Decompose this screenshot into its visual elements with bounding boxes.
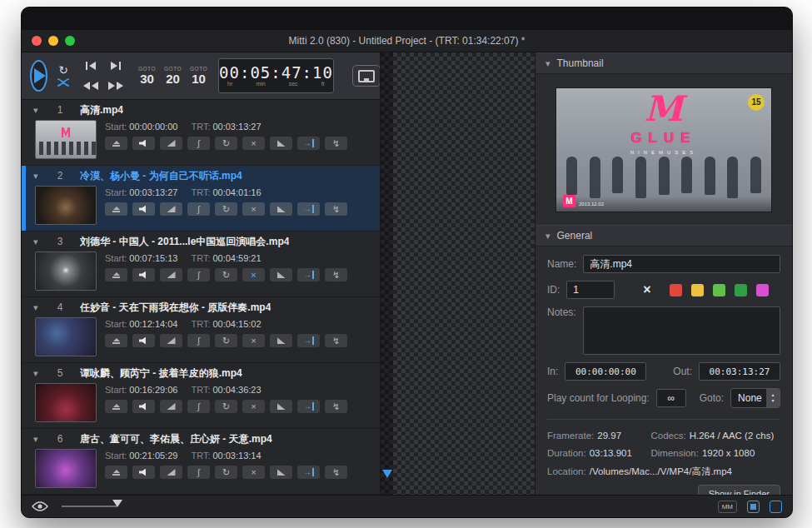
hold-at-end-button[interactable]: → <box>297 334 320 347</box>
cue-row[interactable]: ▾ 3 刘德华 - 中国人 - 2011...le中国巡回演唱会.mp4 Sta… <box>22 232 380 297</box>
play-button[interactable] <box>30 60 47 92</box>
cue-row-selected[interactable]: ▾ 2 冷漠、杨小曼 - 为何自己不听话.mp4 Start:00:03:13:… <box>22 166 380 232</box>
eject-button[interactable] <box>105 137 127 150</box>
fade-curve-button[interactable]: ∫ <box>187 202 210 216</box>
fade-in-button[interactable] <box>160 268 182 281</box>
goto-30-button[interactable]: GOTO 30 <box>137 66 157 86</box>
fade-in-button[interactable] <box>160 202 182 216</box>
hold-at-end-button[interactable]: → <box>297 268 320 281</box>
cue-row[interactable]: ▾ 4 任妙音 - 天在下雨我在想你 - 原版伴奏.mp4 Start:00:1… <box>22 297 380 363</box>
eject-button[interactable] <box>105 466 127 479</box>
fade-out-button[interactable] <box>270 137 292 150</box>
jump-forward-button[interactable] <box>104 77 127 95</box>
loop-button[interactable]: ↻ <box>215 466 237 479</box>
fade-curve-button[interactable]: ∫ <box>187 400 210 413</box>
output-2-toggle[interactable] <box>770 501 782 513</box>
chevron-down-icon[interactable]: ▾ <box>33 105 47 116</box>
fade-in-button[interactable] <box>160 334 182 347</box>
shuffle-icon[interactable] <box>57 77 70 87</box>
loop-button[interactable]: ↻ <box>215 400 237 413</box>
output-1-toggle[interactable] <box>747 501 760 513</box>
crossfade-button[interactable]: × <box>242 202 265 216</box>
audio-button[interactable] <box>132 268 155 281</box>
fade-out-button[interactable] <box>270 400 292 413</box>
fade-in-button[interactable] <box>160 137 182 150</box>
crossfade-button[interactable]: × <box>242 334 265 347</box>
notes-field[interactable] <box>583 306 780 355</box>
action-button[interactable]: ↯ <box>325 466 347 479</box>
audio-button[interactable] <box>132 400 155 413</box>
audio-button[interactable] <box>132 334 155 347</box>
slider-handle[interactable] <box>112 500 122 507</box>
audio-button[interactable] <box>132 466 155 479</box>
hold-at-end-button[interactable]: → <box>297 400 320 413</box>
audio-button[interactable] <box>132 202 155 216</box>
color-swatch-dark-green[interactable] <box>735 284 747 296</box>
fade-curve-button[interactable]: ∫ <box>187 334 210 347</box>
general-section-header[interactable]: ▾ General <box>536 225 792 247</box>
repeat-icon[interactable]: ↻ <box>58 64 68 76</box>
eye-icon[interactable] <box>32 501 48 511</box>
row-size-slider[interactable] <box>62 506 117 507</box>
playhead-marker[interactable] <box>382 470 392 478</box>
in-field[interactable] <box>565 362 646 381</box>
jump-back-button[interactable] <box>79 77 102 95</box>
color-swatch-yellow[interactable] <box>691 284 704 296</box>
fade-out-button[interactable] <box>270 202 292 216</box>
timecode-format-button[interactable]: MM <box>718 501 737 513</box>
id-field[interactable] <box>566 281 615 299</box>
color-swatch-green[interactable] <box>713 284 725 296</box>
next-cue-button[interactable] <box>104 57 127 75</box>
show-in-finder-button[interactable]: Show in Finder <box>698 485 780 495</box>
crossfade-button[interactable]: × <box>242 466 265 479</box>
crossfade-button[interactable]: × <box>242 268 265 281</box>
hold-at-end-button[interactable]: → <box>297 202 320 216</box>
eject-button[interactable] <box>105 268 127 281</box>
out-field[interactable] <box>699 362 780 381</box>
thumbnail-section-header[interactable]: ▾ Thumbnail <box>536 52 792 74</box>
chevron-down-icon[interactable]: ▾ <box>33 237 47 247</box>
close-button[interactable] <box>32 36 42 46</box>
color-swatch-red[interactable] <box>670 284 682 296</box>
previous-cue-button[interactable] <box>79 57 102 75</box>
cue-row[interactable]: ▾ 1 高清.mp4 Start:00:00:00:00TRT:00:03:13… <box>22 100 380 166</box>
loop-button[interactable]: ↻ <box>215 202 237 216</box>
goto-10-button[interactable]: GOTO 10 <box>188 66 209 86</box>
fade-curve-button[interactable]: ∫ <box>187 268 210 281</box>
loop-button[interactable]: ↻ <box>215 137 237 150</box>
timeline-playhead-track[interactable] <box>381 52 393 495</box>
fade-out-button[interactable] <box>270 268 292 281</box>
fade-curve-button[interactable]: ∫ <box>187 137 210 150</box>
audio-button[interactable] <box>132 137 155 150</box>
chevron-down-icon[interactable]: ▾ <box>33 368 47 379</box>
minimize-button[interactable] <box>48 36 58 46</box>
crossfade-button[interactable]: × <box>242 400 265 413</box>
eject-button[interactable] <box>105 334 127 347</box>
chevron-down-icon[interactable]: ▾ <box>33 171 47 182</box>
goto-dropdown[interactable]: None ▴ ▾ <box>730 388 780 408</box>
chevron-down-icon[interactable]: ▾ <box>33 302 47 313</box>
action-button[interactable]: ↯ <box>325 268 347 281</box>
action-button[interactable]: ↯ <box>325 137 347 150</box>
chevron-down-icon[interactable]: ▾ <box>33 434 47 445</box>
loop-button[interactable]: ↻ <box>215 334 237 347</box>
zoom-button[interactable] <box>65 36 75 46</box>
color-swatch-magenta[interactable] <box>756 284 769 296</box>
action-button[interactable]: ↯ <box>325 334 347 347</box>
cue-row[interactable]: ▾ 5 谭咏麟、顾芮宁 - 披着羊皮的狼.mp4 Start:00:16:29:… <box>22 363 380 429</box>
fade-curve-button[interactable]: ∫ <box>187 466 210 479</box>
action-button[interactable]: ↯ <box>325 400 347 413</box>
action-button[interactable]: ↯ <box>325 202 347 216</box>
fade-in-button[interactable] <box>160 400 182 413</box>
hold-at-end-button[interactable]: → <box>297 466 320 479</box>
cue-row[interactable]: ▾ 6 唐古、童可可、李佑晨、庄心妍 - 天意.mp4 Start:00:21:… <box>22 429 380 495</box>
fade-out-button[interactable] <box>270 466 292 479</box>
goto-20-button[interactable]: GOTO 20 <box>162 66 183 86</box>
loop-count-field[interactable] <box>656 389 686 407</box>
fade-out-button[interactable] <box>270 334 292 347</box>
fade-in-button[interactable] <box>160 466 182 479</box>
loop-button[interactable]: ↻ <box>215 268 237 281</box>
hold-at-end-button[interactable]: → <box>297 137 320 150</box>
eject-button[interactable] <box>105 202 127 216</box>
eject-button[interactable] <box>105 400 127 413</box>
